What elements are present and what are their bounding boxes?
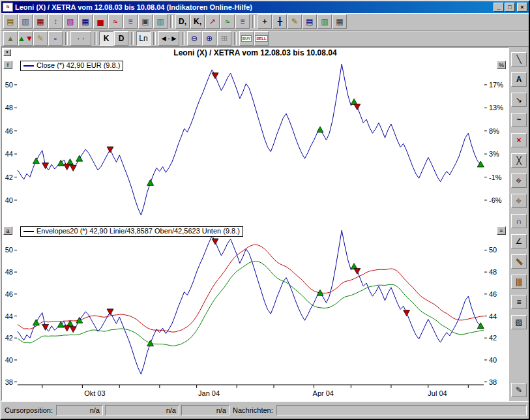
price-legend: Close (*) 42,90 EUR (9.8.) [20,61,123,71]
crosshatch-tool[interactable]: ▨ [511,315,527,329]
maximize-button[interactable]: □ [505,3,515,12]
delete-tool[interactable]: × [511,133,527,147]
move-cross-button[interactable]: ╋ [272,14,287,29]
hatch-tool[interactable]: ≡ [511,173,527,188]
style-pencil-button[interactable]: ✎ [33,31,48,46]
toolbar-separator [131,32,134,45]
curve-tool[interactable]: ~ [511,113,527,127]
chart-new-button[interactable]: ▤ [3,14,18,29]
svg-text:50: 50 [5,81,13,89]
angle-tool[interactable]: ∠ [511,234,527,248]
quote-list-button[interactable]: ▦ [33,14,48,29]
daily-button[interactable]: D [114,31,128,46]
pane-splitter-button[interactable]: ▼ [3,49,11,56]
zoom-region-button[interactable]: ⊞ [217,31,231,46]
signals-button[interactable]: ▲▼ [18,31,33,46]
envelope-legend: Envelopes20 (*) 42,90 Linie/43,8587 Oben… [20,226,243,237]
arc-tool[interactable]: ∩ [511,214,527,228]
status-bar: Cursorposition: n/a n/a n/a Nachrichten: [1,401,529,419]
svg-text:38: 38 [489,378,497,386]
line-chart-button[interactable]: ≈ [108,14,123,29]
svg-text:Jan 04: Jan 04 [198,389,220,397]
price-pane-percent-button[interactable]: % [497,61,506,69]
histogram-button[interactable]: ▅ [93,14,108,29]
title-bar: ≈ Leoni (X) / XETRA vom 12.08.03 bis 10.… [1,1,529,13]
k-period-button[interactable]: K, [190,14,205,29]
pencil-tool[interactable]: ✎ [511,383,527,397]
svg-text:48: 48 [5,268,13,276]
envelope-pane-menu-button[interactable]: ≡ [497,226,506,235]
log-scale-button[interactable]: Ln [136,31,151,46]
data-table-button[interactable]: ≡ [123,14,138,29]
crosshair-button[interactable]: + [258,14,272,29]
close-button[interactable]: × [517,3,527,12]
table-button[interactable]: ▦ [78,14,93,29]
legend-line-sample [23,231,34,232]
windows-button[interactable]: ▥ [153,14,168,29]
svg-text:40: 40 [5,356,13,364]
mini-window-button[interactable]: ▫ [48,31,63,46]
trendline-tool[interactable]: ╲ [511,52,527,67]
cross-trend-tool[interactable]: ╳ [511,153,527,168]
main-toolbar: ▤▥▦↕▨▦▅≈≡▣▥D,K,↗≈≡+╋✎▤▥▦ [1,13,529,31]
svg-text:Jul 04: Jul 04 [428,389,447,397]
price-pane-function-button[interactable]: f [3,61,12,69]
svg-text:44: 44 [5,150,13,158]
app-icon: ≈ [3,3,13,12]
channel-tool[interactable]: ∥ [511,254,527,269]
window-title: Leoni (X) / XETRA vom 12.08.03 bis 10.08… [15,3,492,11]
copy-button[interactable]: ▥ [18,14,33,29]
svg-text:46: 46 [5,290,13,298]
toolbar-separator [170,15,173,28]
layout-button[interactable]: ▥ [317,14,332,29]
hatch-arrow-tool[interactable]: ≡ [511,194,527,208]
notes-button[interactable]: ▤ [302,14,317,29]
app-window: ≈ Leoni (X) / XETRA vom 12.08.03 bis 10.… [0,0,530,420]
toolbar-separator [153,32,156,45]
cursor-date-field: n/a [105,405,179,415]
price-chart[interactable]: 404244464850-6%-1%3%8%13%17% [2,58,507,222]
draw-pencil-button[interactable]: ✎ [287,14,302,29]
text-tool[interactable]: A [511,72,527,87]
svg-text:-6%: -6% [489,196,502,204]
lines-button[interactable]: ≈ [220,14,235,29]
cursor-x-field: n/a [56,405,103,415]
svg-text:40: 40 [489,356,497,364]
sell-signal-button[interactable]: SELL [254,31,269,46]
updown-arrows-button[interactable]: ↕ [48,14,63,29]
svg-text:50: 50 [5,246,13,254]
main-area: ▼ Leoni (X) / XETRA vom 12.08.03 bis 10.… [1,47,529,401]
arrow-tool[interactable]: ↘ [511,93,527,107]
scroll-chart-button[interactable]: ◄·► [158,31,179,46]
chart-toolbar: ▲▲▼✎▫· ·KDLn◄·►⊖⊕⊞BUYSELL [1,31,529,47]
cursor-value-field: n/a [181,405,229,415]
minimize-button[interactable]: _ [493,3,504,12]
fibonacci-tool[interactable]: ≡ [511,295,527,309]
envelope-pane-function-button[interactable]: a [3,226,12,235]
zoom-in-button[interactable]: ⊕ [202,31,216,46]
svg-text:8%: 8% [489,127,499,135]
kurs-button[interactable]: K [99,31,113,46]
svg-text:-1%: -1% [489,173,502,181]
legend-line-sample [23,65,34,67]
line-style-button[interactable]: · · [70,31,91,46]
mountain-chart-button[interactable]: ▲ [3,31,18,46]
chart-type-button[interactable]: ▨ [63,14,78,29]
svg-text:Okt 03: Okt 03 [84,389,105,397]
envelope-chart[interactable]: 3840424446485038404244464850Okt 03Jan 04… [2,222,507,398]
zoom-out-button[interactable]: ⊖ [187,31,201,46]
svg-text:42: 42 [489,334,497,342]
list-button[interactable]: ≡ [235,14,250,29]
d-period-button[interactable]: D, [175,14,190,29]
toolbar-separator [182,32,184,45]
svg-text:44: 44 [5,312,13,320]
vertical-grid-tool[interactable]: ||| [511,275,527,289]
svg-text:40: 40 [5,196,13,204]
save-button[interactable]: ▣ [138,14,153,29]
envelope-legend-label: Envelopes20 (*) 42,90 Linie/43,8587 Oben… [37,227,240,235]
buy-signal-button[interactable]: BUY [239,31,254,46]
grid-button[interactable]: ▦ [332,14,347,29]
drawing-toolbar: ╲A↘~×╳≡≡∩∠∥|||≡▨✎ [509,47,529,401]
indicator-button[interactable]: ↗ [205,14,220,29]
toolbar-separator [94,32,96,45]
